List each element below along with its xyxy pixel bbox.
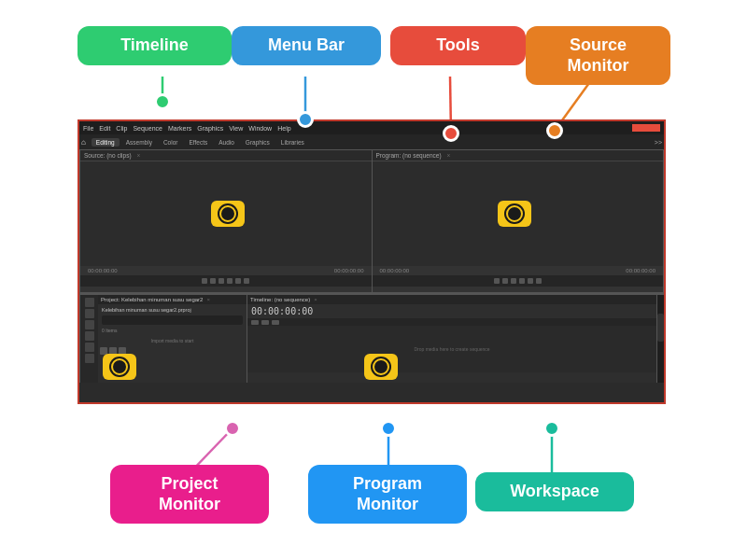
tab-color[interactable]: Color (159, 138, 183, 147)
workspace-label: Workspace (475, 472, 634, 511)
menubar-dot (297, 111, 314, 128)
project-item: Kelebihan minuman susu segar2.prproj (100, 306, 245, 314)
menu-sequence[interactable]: Sequence (133, 125, 162, 132)
ctrl-btn-2[interactable] (210, 278, 216, 284)
program-timecode-right: 00:00:00:00 (622, 266, 659, 275)
tab-editing[interactable]: Editing (92, 138, 120, 147)
ctrl-btn-4[interactable] (227, 278, 233, 284)
tool-type[interactable] (85, 343, 94, 352)
drop-text: Drop media here to create sequence (414, 346, 489, 352)
program-monitor-label: Program Monitor (308, 465, 467, 524)
menu-clip[interactable]: Clip (116, 125, 127, 132)
tab-overflow[interactable]: >> (655, 139, 662, 146)
tab-assembly[interactable]: Assembly (121, 138, 157, 147)
premiere-menubar: File Edit Clip Sequence Markers Graphics… (79, 121, 664, 134)
timeline-panel: Timeline: (no sequence) × 00:00:00:00 Dr… (247, 295, 656, 383)
tab-libraries[interactable]: Libraries (276, 138, 309, 147)
tool-hand[interactable] (85, 354, 94, 363)
timeline-dot (154, 93, 171, 110)
project-panel-title: Project: Kelebihan minuman susu segar2 × (98, 295, 247, 304)
ctrl-btn-3[interactable] (218, 278, 224, 284)
import-text: Import media to start (100, 338, 245, 343)
source-panel-title: Source: (no clips) × (80, 150, 372, 161)
timeline-label: Timeline (78, 26, 232, 65)
menu-view[interactable]: View (229, 125, 243, 132)
project-search[interactable] (102, 315, 243, 325)
program-timecode-left: 00:00:00:00 (376, 266, 414, 275)
menu-markers[interactable]: Markers (168, 125, 191, 132)
workspace-tabs: ⌂ Editing Assembly Color Effects Audio G… (79, 134, 664, 149)
prog-ctrl-btn-5[interactable] (528, 278, 533, 284)
tool-pen[interactable] (85, 331, 94, 341)
menu-graphics[interactable]: Graphics (197, 125, 223, 132)
timeline-camera-icon (364, 354, 398, 380)
menu-window[interactable]: Window (248, 125, 272, 132)
prog-ctrl-btn-2[interactable] (502, 278, 508, 284)
prog-ctrl-btn-4[interactable] (519, 278, 525, 284)
workspace-dot (543, 420, 560, 437)
scrollbar-thumb[interactable] (657, 314, 664, 342)
tab-graphics[interactable]: Graphics (241, 138, 275, 147)
tl-tool-1[interactable] (251, 320, 259, 325)
tools-label: Tools (390, 26, 526, 65)
project-monitor-dot (224, 420, 241, 437)
source-monitor-label: Source Monitor (526, 26, 670, 85)
program-monitor-dot (380, 420, 397, 437)
ctrl-btn-6[interactable] (244, 278, 249, 284)
program-controls (373, 275, 664, 287)
project-monitor-label: Project Monitor (110, 465, 269, 524)
tl-tool-3[interactable] (272, 320, 279, 325)
source-monitor-dot (546, 122, 563, 139)
project-content: Kelebihan minuman susu segar2.prproj 0 I… (98, 304, 247, 345)
menu-help[interactable]: Help (277, 125, 290, 132)
ctrl-btn-1[interactable] (202, 278, 207, 284)
ctrl-btn-5[interactable] (235, 278, 241, 284)
source-timecode-right: 00:00:00:00 (331, 266, 368, 275)
timeline-scrollbar[interactable] (656, 295, 664, 383)
tool-razor[interactable] (85, 309, 94, 318)
source-timecode-left: 00:00:00:00 (84, 266, 121, 275)
project-camera-icon (103, 354, 136, 380)
timeline-toolbar (247, 318, 656, 326)
prog-ctrl-btn-3[interactable] (511, 278, 516, 284)
source-camera-icon (211, 201, 245, 227)
timeline-timecode: 00:00:00:00 (247, 304, 656, 318)
tab-audio[interactable]: Audio (214, 138, 239, 147)
tool-select[interactable] (85, 298, 94, 307)
menu-bar-right-section (632, 124, 660, 132)
prog-ctrl-btn-1[interactable] (494, 278, 500, 284)
timeline-panel-title: Timeline: (no sequence) × (247, 295, 656, 304)
menu-edit[interactable]: Edit (99, 125, 110, 132)
menubar-label: Menu Bar (232, 26, 381, 65)
tab-effects[interactable]: Effects (184, 138, 212, 147)
timeline-body: Drop media here to create sequence (247, 326, 656, 372)
prog-ctrl-btn-6[interactable] (536, 278, 542, 284)
tool-slip[interactable] (85, 320, 94, 329)
tl-tool-2[interactable] (261, 320, 269, 325)
tools-dot (443, 125, 459, 142)
source-controls (80, 275, 372, 287)
program-camera-icon (498, 201, 531, 227)
program-panel-title: Program: (no sequence) × (373, 150, 664, 161)
items-count: 0 Items (100, 327, 245, 334)
tools-panel (79, 295, 98, 383)
menu-file[interactable]: File (83, 125, 93, 132)
home-icon[interactable]: ⌂ (81, 138, 86, 147)
